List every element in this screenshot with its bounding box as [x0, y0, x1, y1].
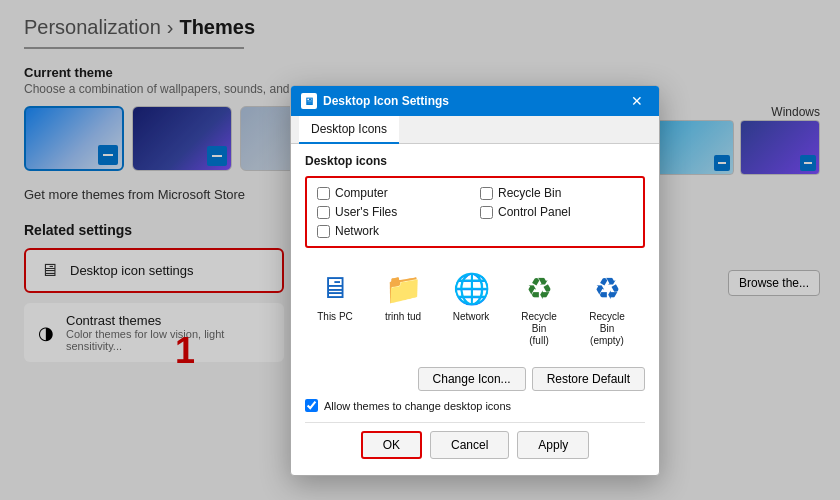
checkbox-network-label: Network	[335, 224, 379, 238]
dialog-body: Desktop icons Computer Recycle Bin User'…	[291, 144, 659, 475]
recycle-full-icon: ♻	[519, 268, 559, 308]
dialog-title-text: Desktop Icon Settings	[323, 94, 449, 108]
recycle-full-label: Recycle Bin(full)	[513, 311, 565, 347]
checkbox-computer-input[interactable]	[317, 187, 330, 200]
checkbox-control-panel-input[interactable]	[480, 206, 493, 219]
checkbox-computer[interactable]: Computer	[317, 186, 470, 200]
allow-themes-label: Allow themes to change desktop icons	[324, 400, 511, 412]
checkbox-computer-label: Computer	[335, 186, 388, 200]
recycle-empty-icon: ♻	[587, 268, 627, 308]
icon-item-recycle-full[interactable]: ♻ Recycle Bin(full)	[509, 264, 569, 351]
network-icon: 🌐	[451, 268, 491, 308]
checkbox-network-input[interactable]	[317, 225, 330, 238]
icon-item-network[interactable]: 🌐 Network	[441, 264, 501, 351]
icon-grid: 🖥 This PC 📁 trinh tud 🌐 Network ♻ Recycl…	[305, 258, 645, 357]
tab-desktop-icons[interactable]: Desktop Icons	[299, 116, 399, 144]
dialog-close-button[interactable]: ✕	[625, 91, 649, 111]
dialog-title-left: 🖥 Desktop Icon Settings	[301, 93, 449, 109]
icon-item-trinhTudo[interactable]: 📁 trinh tud	[373, 264, 433, 351]
dialog-tabs: Desktop Icons	[291, 116, 659, 144]
apply-button[interactable]: Apply	[517, 431, 589, 459]
allow-themes-checkbox[interactable]	[305, 399, 318, 412]
recycle-empty-label: Recycle Bin(empty)	[581, 311, 633, 347]
desktop-icon-settings-dialog: 🖥 Desktop Icon Settings ✕ Desktop Icons …	[290, 85, 660, 476]
checkbox-user-files-input[interactable]	[317, 206, 330, 219]
network-label: Network	[453, 311, 490, 323]
trinhTudo-label: trinh tud	[385, 311, 421, 323]
ok-button[interactable]: OK	[361, 431, 422, 459]
checkbox-recycle-bin-input[interactable]	[480, 187, 493, 200]
thispc-label: This PC	[317, 311, 353, 323]
checkbox-user-files[interactable]: User's Files	[317, 205, 470, 219]
checkbox-network[interactable]: Network	[317, 224, 470, 238]
checkbox-control-panel-label: Control Panel	[498, 205, 571, 219]
thispc-icon: 🖥	[315, 268, 355, 308]
cancel-button[interactable]: Cancel	[430, 431, 509, 459]
checkbox-user-files-label: User's Files	[335, 205, 397, 219]
checkbox-recycle-bin-label: Recycle Bin	[498, 186, 561, 200]
dialog-titlebar: 🖥 Desktop Icon Settings ✕	[291, 86, 659, 116]
allow-themes-row: Allow themes to change desktop icons	[305, 399, 645, 412]
checkbox-recycle-bin[interactable]: Recycle Bin	[480, 186, 633, 200]
dialog-actions-row: Change Icon... Restore Default	[305, 367, 645, 391]
dialog-section-title: Desktop icons	[305, 154, 645, 168]
icon-item-recycle-empty[interactable]: ♻ Recycle Bin(empty)	[577, 264, 637, 351]
dialog-bottom-buttons: OK Cancel Apply	[305, 422, 645, 465]
dialog-title-icon: 🖥	[301, 93, 317, 109]
restore-default-button[interactable]: Restore Default	[532, 367, 645, 391]
change-icon-button[interactable]: Change Icon...	[418, 367, 526, 391]
checkbox-control-panel[interactable]: Control Panel	[480, 205, 633, 219]
folder-icon: 📁	[383, 268, 423, 308]
icon-item-thispc[interactable]: 🖥 This PC	[305, 264, 365, 351]
checkbox-grid: Computer Recycle Bin User's Files Contro…	[317, 186, 633, 238]
checkbox-section: Computer Recycle Bin User's Files Contro…	[305, 176, 645, 248]
